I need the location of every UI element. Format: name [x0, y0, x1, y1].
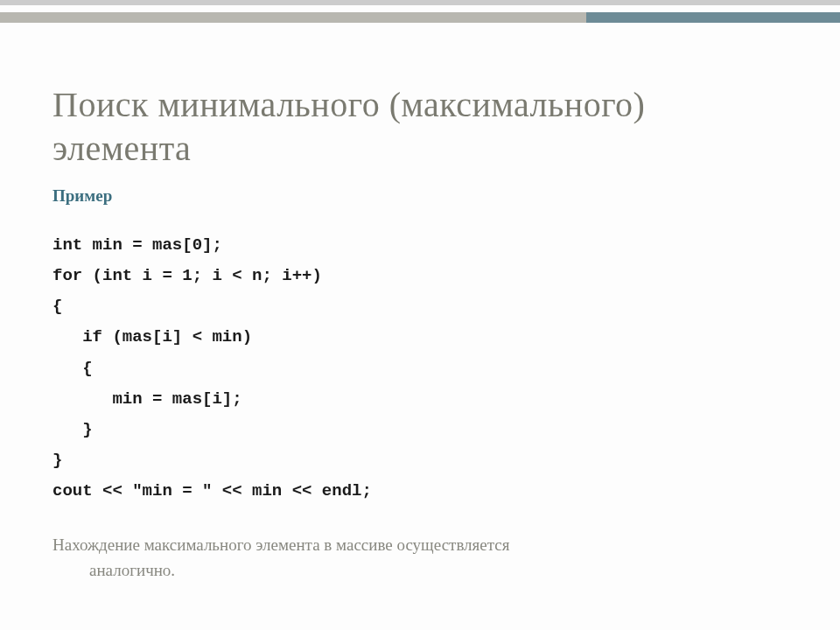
slide-content: Поиск минимального (максимального) элеме… — [0, 0, 840, 583]
code-block: int min = mas[0]; for (int i = 1; i < n;… — [52, 230, 788, 507]
bar-left — [0, 12, 586, 23]
example-label: Пример — [52, 186, 788, 206]
footer-line1: Нахождение максимального элемента в масс… — [52, 536, 509, 554]
bar-right — [586, 12, 840, 23]
slide-title: Поиск минимального (максимального) элеме… — [52, 83, 788, 171]
decorative-bars — [0, 12, 840, 23]
footer-line2: аналогично. — [52, 558, 788, 584]
top-border — [0, 0, 840, 5]
footer-text: Нахождение максимального элемента в масс… — [52, 533, 788, 583]
